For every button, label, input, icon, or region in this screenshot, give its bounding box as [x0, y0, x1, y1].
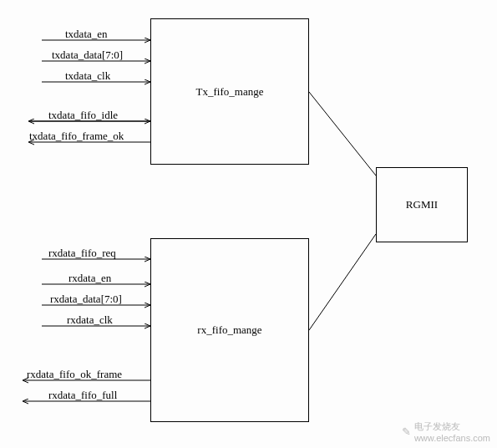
- signal-rxdata-fifo-ok-frame: rxdata_fifo_ok_frame: [27, 368, 122, 381]
- block-diagram: Tx_fifo_mange rx_fifo_mange RGMII txdata…: [0, 0, 497, 448]
- signal-txdata-clk: txdata_clk: [65, 69, 110, 83]
- watermark: ✎ 电子发烧友 www.elecfans.com: [402, 420, 490, 443]
- rx-fifo-label: rx_fifo_mange: [197, 323, 261, 337]
- signal-txdata-fifo-frame-ok: txdata_fifo_frame_ok: [29, 130, 124, 143]
- watermark-url: www.elecfans.com: [414, 433, 490, 443]
- signal-txdata-fifo-idle: txdata_fifo_idle: [48, 109, 118, 122]
- svg-line-13: [309, 234, 376, 330]
- signal-rxdata-clk: rxdata_clk: [67, 313, 113, 327]
- svg-line-12: [309, 92, 376, 176]
- signal-rxdata-en: rxdata_en: [68, 272, 111, 285]
- tx-fifo-block: Tx_fifo_mange: [150, 18, 309, 165]
- watermark-icon: ✎: [402, 425, 411, 438]
- signal-rxdata-data: rxdata_data[7:0]: [50, 293, 122, 306]
- watermark-brand: 电子发烧友: [414, 421, 460, 431]
- tx-fifo-label: Tx_fifo_mange: [196, 85, 264, 99]
- signal-txdata-data: txdata_data[7:0]: [52, 48, 123, 62]
- rgmii-block: RGMII: [376, 167, 468, 242]
- signal-txdata-en: txdata_en: [65, 28, 108, 41]
- signal-rxdata-fifo-full: rxdata_fifo_full: [48, 389, 117, 402]
- rgmii-label: RGMII: [406, 198, 438, 211]
- rx-fifo-block: rx_fifo_mange: [150, 238, 309, 422]
- signal-rxdata-fifo-req: rxdata_fifo_req: [48, 247, 116, 260]
